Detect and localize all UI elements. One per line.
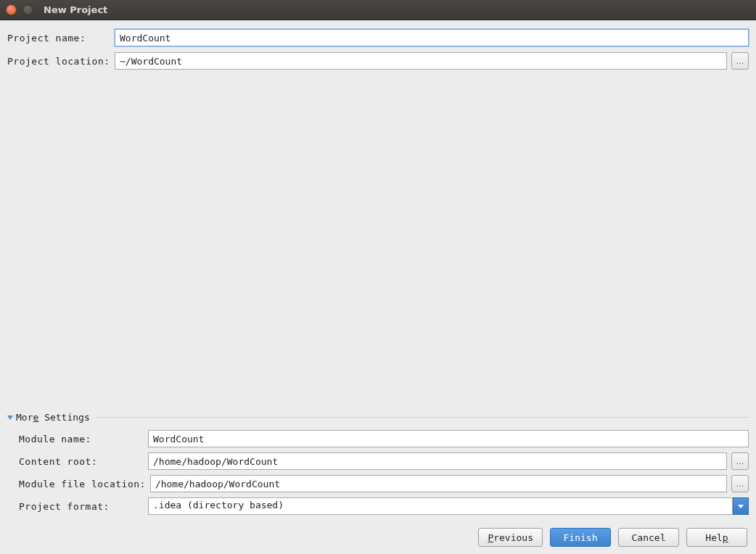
- window-title: New Project: [44, 4, 107, 15]
- form-top: Project name: Project location: …: [7, 29, 749, 70]
- content-root-label: Content root:: [19, 456, 144, 467]
- module-name-label: Module name:: [19, 434, 144, 445]
- cancel-button[interactable]: Cancel: [618, 528, 679, 547]
- project-name-row: Project name:: [7, 29, 749, 46]
- module-file-location-input[interactable]: [150, 475, 727, 492]
- more-settings-label: More Settings: [16, 412, 90, 423]
- project-location-input[interactable]: [115, 52, 727, 70]
- chevron-down-icon: [7, 416, 13, 420]
- titlebar: New Project: [0, 0, 756, 20]
- module-file-location-label: Module file location:: [19, 479, 146, 489]
- module-name-input[interactable]: [148, 430, 749, 447]
- project-location-label: Project location:: [7, 56, 110, 67]
- chevron-down-icon[interactable]: [733, 497, 749, 515]
- content-root-input[interactable]: [148, 452, 727, 470]
- project-format-value[interactable]: .idea (directory based): [148, 497, 733, 515]
- project-format-label: Project format:: [19, 501, 144, 512]
- finish-button[interactable]: Finish: [550, 528, 611, 547]
- dialog-content: Project name: Project location: … More S…: [0, 20, 756, 554]
- module-name-row: Module name:: [19, 430, 749, 447]
- more-settings-header[interactable]: More Settings: [7, 412, 749, 423]
- content-root-row: Content root: …: [19, 452, 749, 470]
- project-name-input[interactable]: [115, 29, 749, 46]
- more-settings-rows: Module name: Content root: … Module file…: [7, 430, 749, 515]
- project-format-dropdown[interactable]: .idea (directory based): [148, 497, 749, 515]
- project-location-row: Project location: …: [7, 52, 749, 70]
- more-settings-section: More Settings Module name: Content root:…: [7, 412, 749, 515]
- close-icon[interactable]: [6, 4, 17, 15]
- content-root-browse-button[interactable]: …: [731, 452, 749, 470]
- spacer: [7, 70, 749, 405]
- new-project-dialog: New Project Project name: Project locati…: [0, 0, 756, 554]
- project-location-browse-button[interactable]: …: [731, 52, 749, 70]
- project-format-row: Project format: .idea (directory based): [19, 497, 749, 515]
- previous-button[interactable]: Previous: [478, 528, 543, 547]
- section-divider: [97, 417, 749, 418]
- module-file-location-browse-button[interactable]: …: [731, 475, 749, 492]
- project-name-label: Project name:: [7, 33, 110, 44]
- minimize-icon[interactable]: [22, 4, 33, 15]
- help-button[interactable]: Help: [686, 528, 747, 547]
- module-file-location-row: Module file location: …: [19, 475, 749, 492]
- dialog-footer: Previous Finish Cancel Help: [7, 528, 749, 547]
